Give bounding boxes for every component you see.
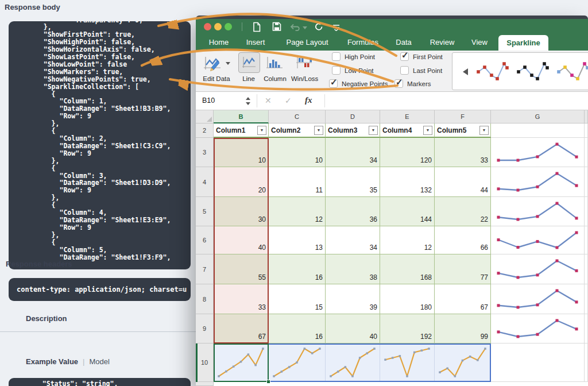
- cell-D5[interactable]: 36: [326, 197, 380, 226]
- high-point-checkbox[interactable]: [332, 52, 341, 61]
- cell-E5[interactable]: 144: [380, 197, 435, 226]
- redo-icon[interactable]: [314, 22, 324, 32]
- filter-button-Column1[interactable]: ▼: [257, 126, 266, 135]
- cell-B6[interactable]: 40: [214, 226, 269, 254]
- row-header-10[interactable]: 10: [196, 343, 214, 382]
- cell-E10-sparkline[interactable]: [380, 343, 435, 382]
- formula-input[interactable]: [328, 92, 586, 110]
- cell-D9[interactable]: 40: [326, 314, 380, 343]
- zoom-window-button[interactable]: [225, 23, 232, 30]
- tab-data[interactable]: Data: [396, 34, 411, 51]
- tab-model[interactable]: Model: [89, 357, 109, 366]
- cell-G6-sparkline[interactable]: [491, 226, 585, 254]
- gallery-style-2[interactable]: [517, 60, 549, 83]
- cell-G10[interactable]: [491, 343, 585, 382]
- col-header-B[interactable]: B: [214, 110, 269, 123]
- new-document-icon[interactable]: [252, 22, 261, 32]
- cell-E7[interactable]: 168: [380, 254, 435, 284]
- cell-D4[interactable]: 35: [326, 167, 380, 197]
- markers-checkbox[interactable]: [394, 79, 403, 88]
- row-header-7[interactable]: 7: [196, 254, 214, 284]
- cell-G5-sparkline[interactable]: [491, 197, 585, 226]
- filter-button-Column3[interactable]: ▼: [369, 126, 378, 135]
- cell-D10-sparkline[interactable]: [326, 343, 380, 382]
- insert-function-icon[interactable]: fx: [305, 95, 312, 105]
- cell-G4-sparkline[interactable]: [491, 167, 585, 197]
- filter-button-Column4[interactable]: ▼: [423, 126, 432, 135]
- tab-sparkline-active[interactable]: Sparkline: [498, 35, 548, 51]
- cell-C3[interactable]: 10: [269, 138, 326, 167]
- col-header-D[interactable]: D: [326, 110, 380, 123]
- cell-B8[interactable]: 33: [214, 284, 269, 314]
- filter-button-Column2[interactable]: ▼: [314, 126, 323, 135]
- cell-E2[interactable]: Column4▼: [380, 123, 435, 138]
- minimize-window-button[interactable]: [214, 23, 222, 30]
- cell-B3[interactable]: 10: [214, 138, 269, 167]
- cell-B2[interactable]: Column1▼: [214, 123, 269, 138]
- close-window-button[interactable]: [204, 23, 211, 30]
- tab-insert[interactable]: Insert: [246, 34, 265, 51]
- cell-E8[interactable]: 180: [380, 284, 435, 314]
- cell-F6[interactable]: 66: [435, 226, 491, 254]
- cell-G9-sparkline[interactable]: [491, 314, 585, 343]
- gallery-scroll-left-icon[interactable]: [463, 68, 468, 75]
- cell-F9[interactable]: 99: [435, 314, 491, 343]
- cell-F3[interactable]: 33: [435, 138, 491, 167]
- cell-C4[interactable]: 11: [269, 167, 326, 197]
- cell-G7-sparkline[interactable]: [491, 254, 585, 284]
- name-box-stepper-up[interactable]: [246, 97, 250, 100]
- cell-G8-sparkline[interactable]: [491, 284, 585, 314]
- last-point-checkbox[interactable]: [400, 66, 409, 75]
- tab-formulas[interactable]: Formulas: [347, 34, 378, 51]
- tab-page-layout[interactable]: Page Layout: [286, 34, 328, 51]
- cell-B5[interactable]: 30: [214, 197, 269, 226]
- cell-C9[interactable]: 16: [269, 314, 326, 343]
- edit-data-dropdown-caret[interactable]: [226, 62, 230, 65]
- cell-C8[interactable]: 15: [269, 284, 326, 314]
- cell-C5[interactable]: 12: [269, 197, 326, 226]
- gallery-style-1[interactable]: [477, 60, 509, 83]
- cell-F4[interactable]: 44: [435, 167, 491, 197]
- negative-points-checkbox[interactable]: [329, 79, 338, 88]
- col-header-C[interactable]: C: [269, 110, 326, 123]
- row-header-8[interactable]: 8: [196, 284, 214, 314]
- row-header-9[interactable]: 9: [196, 314, 214, 343]
- toolbar-more-icon[interactable]: [332, 24, 340, 31]
- select-all-corner[interactable]: [196, 110, 214, 123]
- undo-icon[interactable]: [290, 24, 301, 31]
- tab-home[interactable]: Home: [209, 34, 229, 51]
- cell-E3[interactable]: 120: [380, 138, 435, 167]
- cell-B10-sparkline[interactable]: [214, 343, 269, 382]
- cell-E6[interactable]: 12: [380, 226, 435, 254]
- cell-F7[interactable]: 77: [435, 254, 491, 284]
- cancel-entry-icon[interactable]: ✕: [265, 96, 272, 105]
- cell-F2[interactable]: Column5▼: [435, 123, 491, 138]
- first-point-checkbox[interactable]: [400, 52, 409, 61]
- cell-C2[interactable]: Column2▼: [269, 123, 326, 138]
- row-header-3[interactable]: 3: [196, 138, 214, 167]
- confirm-entry-icon[interactable]: ✓: [285, 96, 292, 105]
- col-header-E[interactable]: E: [380, 110, 435, 123]
- cell-F10-sparkline[interactable]: [435, 343, 491, 382]
- tab-review[interactable]: Review: [430, 34, 455, 51]
- cell-B9[interactable]: 67: [214, 314, 269, 343]
- gallery-style-3[interactable]: [557, 60, 588, 83]
- undo-dropdown-caret[interactable]: [303, 26, 307, 29]
- cell-C10-sparkline[interactable]: [269, 343, 326, 382]
- filter-button-Column5[interactable]: ▼: [479, 126, 489, 135]
- col-header-F[interactable]: F: [435, 110, 491, 123]
- cell-F5[interactable]: 22: [435, 197, 491, 226]
- cell-D2[interactable]: Column3▼: [326, 123, 380, 138]
- row-header-6[interactable]: 6: [196, 226, 214, 254]
- row-header-2[interactable]: 2: [196, 123, 214, 138]
- cell-G3-sparkline[interactable]: [491, 138, 585, 167]
- col-header-G[interactable]: G: [491, 110, 585, 123]
- cell-D6[interactable]: 34: [326, 226, 380, 254]
- cell-G2[interactable]: [491, 123, 585, 138]
- cell-F8[interactable]: 67: [435, 284, 491, 314]
- cell-D7[interactable]: 38: [326, 254, 380, 284]
- row-header-4[interactable]: 4: [196, 167, 214, 197]
- cell-C6[interactable]: 13: [269, 226, 326, 254]
- name-box[interactable]: B10: [202, 96, 215, 105]
- name-box-stepper-down[interactable]: [246, 102, 250, 105]
